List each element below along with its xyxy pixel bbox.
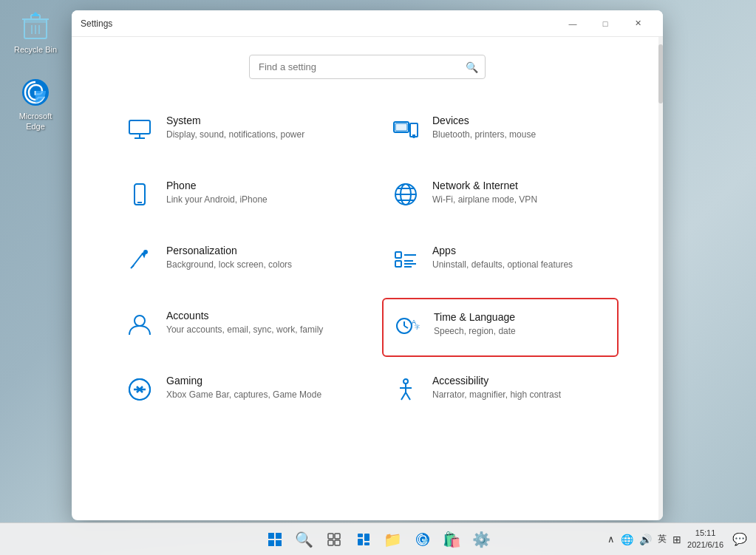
settings-item-phone[interactable]: Phone Link your Android, iPhone — [116, 168, 353, 227]
apps-desc: Uninstall, defaults, optional features — [432, 259, 610, 271]
devices-icon — [391, 115, 420, 144]
maximize-button[interactable]: □ — [589, 13, 622, 34]
personalization-desc: Background, lock screen, colors — [166, 259, 344, 271]
window-title: Settings — [81, 18, 112, 29]
accounts-name: Accounts — [166, 310, 344, 321]
svg-rect-27 — [395, 252, 401, 258]
settings-item-system[interactable]: System Display, sound, notifications, po… — [116, 103, 353, 162]
window-controls: — □ ✕ — [556, 13, 654, 34]
titlebar: Settings — □ ✕ — [72, 10, 663, 37]
svg-rect-15 — [395, 123, 407, 131]
personalization-text: Personalization Background, lock screen,… — [166, 245, 344, 271]
taskbar-center: 🔍 📁 — [262, 526, 495, 553]
taskbar-date-display: 2021/6/16 — [687, 539, 723, 551]
settings-item-apps[interactable]: Apps Uninstall, defaults, optional featu… — [382, 233, 619, 292]
system-desc: Display, sound, notifications, power — [166, 129, 344, 141]
svg-rect-9 — [129, 120, 150, 134]
start-button[interactable] — [262, 526, 288, 553]
microsoft-edge-desktop-icon[interactable]: Microsoft Edge — [6, 74, 65, 135]
taskbar-taskview-button[interactable] — [321, 526, 347, 553]
svg-rect-50 — [328, 534, 333, 539]
taskbar-input-grid[interactable]: ⊞ — [672, 534, 681, 545]
svg-line-45 — [406, 392, 410, 400]
taskbar-explorer-button[interactable]: 📁 — [380, 526, 406, 553]
apps-text: Apps Uninstall, defaults, optional featu… — [432, 245, 610, 271]
time-language-icon: A 字 — [392, 311, 422, 341]
svg-rect-49 — [276, 540, 282, 546]
svg-rect-57 — [364, 542, 370, 545]
taskbar: 🔍 📁 — [0, 522, 756, 555]
svg-rect-52 — [328, 540, 333, 545]
recycle-bin-icon[interactable]: Recycle Bin — [6, 7, 65, 58]
devices-name: Devices — [432, 115, 610, 126]
time-language-text: Time & Language Speech, region, date — [434, 311, 608, 338]
close-button[interactable]: ✕ — [622, 13, 654, 34]
svg-point-41 — [403, 379, 408, 384]
settings-item-personalization[interactable]: Personalization Background, lock screen,… — [116, 233, 353, 292]
phone-icon — [125, 180, 154, 209]
taskbar-network-icon[interactable]: 🌐 — [621, 534, 633, 545]
gaming-icon — [125, 375, 154, 404]
accounts-desc: Your accounts, email, sync, work, family — [166, 324, 344, 336]
gaming-name: Gaming — [166, 375, 344, 387]
svg-rect-55 — [364, 534, 370, 541]
taskbar-store-button[interactable]: 🛍️ — [439, 526, 466, 553]
apps-name: Apps — [432, 245, 610, 256]
search-input[interactable] — [249, 55, 486, 79]
time-language-name: Time & Language — [434, 311, 608, 323]
accessibility-desc: Narrator, magnifier, high contrast — [432, 389, 610, 401]
phone-text: Phone Link your Android, iPhone — [166, 180, 344, 206]
taskbar-system-tray: ∧ — [607, 534, 615, 545]
settings-window: Settings — □ ✕ 🔍 — [72, 10, 663, 520]
network-icon — [391, 180, 420, 209]
search-bar: 🔍 — [249, 55, 486, 79]
settings-item-devices[interactable]: Devices Bluetooth, printers, mouse — [382, 103, 619, 162]
desktop: Recycle Bin Microsoft Edge Settings — □ … — [0, 0, 756, 555]
phone-desc: Link your Android, iPhone — [166, 194, 344, 206]
minimize-button[interactable]: — — [556, 13, 589, 34]
svg-rect-56 — [358, 539, 363, 545]
svg-marker-7 — [31, 12, 40, 16]
svg-text:字: 字 — [415, 324, 420, 330]
network-desc: Wi-Fi, airplane mode, VPN — [432, 194, 610, 206]
svg-point-26 — [144, 251, 147, 253]
svg-line-24 — [132, 253, 143, 267]
taskbar-ime-label[interactable]: 英 — [658, 533, 667, 545]
settings-item-time-language[interactable]: A 字 Time & Language Speech, region, date — [382, 298, 619, 357]
taskbar-clock[interactable]: 15:11 2021/6/16 — [687, 528, 723, 551]
system-text: System Display, sound, notifications, po… — [166, 115, 344, 141]
svg-rect-48 — [268, 540, 274, 546]
svg-line-25 — [131, 265, 134, 268]
taskbar-widgets-button[interactable] — [350, 526, 377, 553]
svg-rect-17 — [134, 184, 145, 205]
accessibility-text: Accessibility Narrator, magnifier, high … — [432, 375, 610, 401]
search-icon: 🔍 — [466, 61, 478, 73]
taskbar-search-button[interactable]: 🔍 — [291, 526, 318, 553]
recycle-bin-label: Recycle Bin — [14, 44, 57, 55]
svg-rect-28 — [395, 261, 401, 267]
taskbar-volume-icon[interactable]: 🔊 — [639, 534, 652, 545]
taskbar-right: ∧ 🌐 🔊 英 ⊞ 15:11 2021/6/16 💬 — [607, 528, 750, 551]
settings-item-gaming[interactable]: Gaming Xbox Game Bar, captures, Game Mod… — [116, 363, 353, 422]
taskbar-edge-button[interactable] — [409, 526, 436, 553]
taskbar-settings-button[interactable]: ⚙️ — [469, 526, 495, 553]
gaming-text: Gaming Xbox Game Bar, captures, Game Mod… — [166, 375, 344, 401]
settings-item-accessibility[interactable]: Accessibility Narrator, magnifier, high … — [382, 363, 619, 422]
phone-name: Phone — [166, 180, 344, 191]
system-icon — [125, 115, 154, 144]
devices-text: Devices Bluetooth, printers, mouse — [432, 115, 610, 141]
accounts-icon — [125, 310, 154, 339]
settings-grid: System Display, sound, notifications, po… — [116, 103, 619, 422]
svg-line-44 — [401, 392, 406, 400]
svg-line-36 — [404, 326, 408, 328]
personalization-icon — [125, 245, 154, 274]
system-name: System — [166, 115, 344, 126]
network-name: Network & Internet — [432, 180, 610, 191]
svg-rect-54 — [358, 534, 363, 537]
svg-rect-47 — [276, 533, 282, 539]
taskbar-notification-button[interactable]: 💬 — [729, 529, 750, 550]
settings-item-accounts[interactable]: Accounts Your accounts, email, sync, wor… — [116, 298, 353, 357]
settings-item-network[interactable]: Network & Internet Wi-Fi, airplane mode,… — [382, 168, 619, 227]
svg-rect-51 — [335, 534, 340, 539]
personalization-name: Personalization — [166, 245, 344, 256]
